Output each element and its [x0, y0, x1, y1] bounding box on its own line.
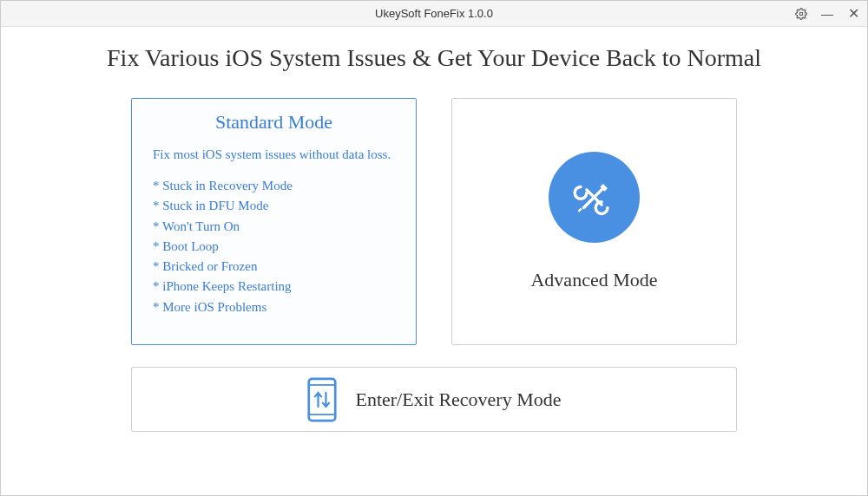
list-item: iPhone Keeps Restarting: [153, 277, 395, 297]
advanced-mode-card[interactable]: Advanced Mode: [451, 98, 737, 345]
tools-icon: [549, 152, 640, 243]
titlebar-controls: — ✕: [794, 1, 860, 26]
svg-point-0: [799, 12, 803, 16]
standard-mode-title: Standard Mode: [153, 111, 395, 134]
recovery-mode-label: Enter/Exit Recovery Mode: [355, 388, 561, 411]
settings-icon[interactable]: [794, 7, 808, 21]
titlebar: UkeySoft FoneFix 1.0.0 — ✕: [1, 1, 867, 27]
list-item: Boot Loop: [153, 237, 395, 257]
minimize-icon[interactable]: —: [820, 7, 834, 21]
list-item: Stuck in Recovery Mode: [153, 176, 395, 196]
list-item: Won't Turn On: [153, 217, 395, 237]
recovery-mode-card[interactable]: Enter/Exit Recovery Mode: [131, 367, 737, 432]
list-item: Bricked or Frozen: [153, 257, 395, 277]
list-item: More iOS Problems: [153, 297, 395, 317]
list-item: Stuck in DFU Mode: [153, 196, 395, 216]
window-title: UkeySoft FoneFix 1.0.0: [375, 7, 493, 20]
phone-arrows-icon: [306, 377, 338, 422]
standard-mode-card[interactable]: Standard Mode Fix most iOS system issues…: [131, 98, 417, 345]
standard-mode-description: Fix most iOS system issues without data …: [153, 146, 395, 164]
content-area: Fix Various iOS System Issues & Get Your…: [1, 27, 867, 441]
page-title: Fix Various iOS System Issues & Get Your…: [53, 44, 815, 72]
standard-mode-issues-list: Stuck in Recovery Mode Stuck in DFU Mode…: [153, 176, 395, 317]
mode-cards-row: Standard Mode Fix most iOS system issues…: [131, 98, 737, 345]
close-icon[interactable]: ✕: [846, 7, 860, 21]
advanced-mode-title: Advanced Mode: [530, 269, 657, 291]
